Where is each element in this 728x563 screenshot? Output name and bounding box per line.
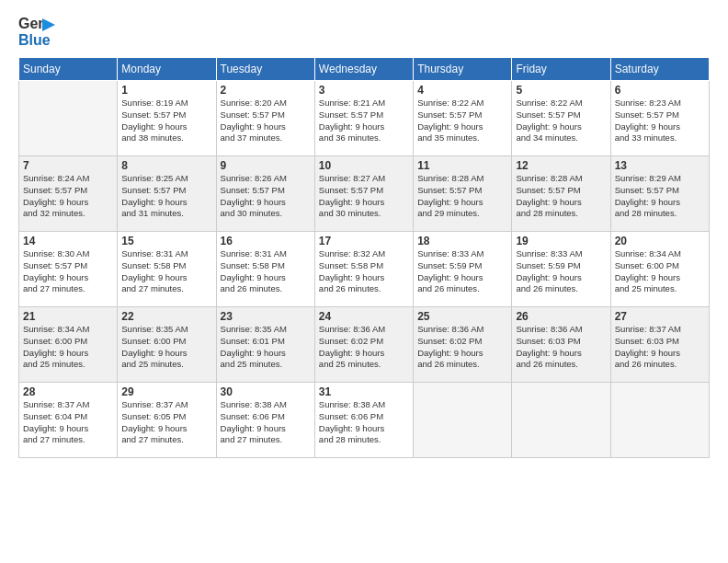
day-info: Sunrise: 8:35 AMSunset: 6:00 PMDaylight:… — [121, 324, 211, 371]
day-info: Sunrise: 8:31 AMSunset: 5:58 PMDaylight:… — [121, 248, 211, 295]
day-number: 26 — [516, 310, 606, 323]
calendar-day-cell: 31Sunrise: 8:38 AMSunset: 6:06 PMDayligh… — [314, 383, 413, 458]
day-number: 1 — [121, 84, 211, 97]
logo-graphic: Gen Blue — [18, 17, 51, 50]
day-number: 9 — [221, 159, 311, 172]
day-number: 3 — [319, 84, 409, 97]
svg-marker-0 — [42, 18, 55, 31]
calendar-day-cell: 9Sunrise: 8:26 AMSunset: 5:57 PMDaylight… — [216, 156, 314, 232]
calendar-day-cell: 25Sunrise: 8:36 AMSunset: 6:02 PMDayligh… — [414, 307, 512, 383]
day-info: Sunrise: 8:32 AMSunset: 5:58 PMDaylight:… — [319, 248, 409, 295]
day-info: Sunrise: 8:38 AMSunset: 6:06 PMDaylight:… — [319, 399, 409, 446]
day-info: Sunrise: 8:26 AMSunset: 5:57 PMDaylight:… — [221, 173, 311, 220]
calendar-day-cell: 15Sunrise: 8:31 AMSunset: 5:58 PMDayligh… — [118, 232, 216, 307]
calendar-day-cell: 10Sunrise: 8:27 AMSunset: 5:57 PMDayligh… — [314, 156, 413, 232]
day-info: Sunrise: 8:34 AMSunset: 6:00 PMDaylight:… — [615, 248, 705, 295]
day-info: Sunrise: 8:25 AMSunset: 5:57 PMDaylight:… — [121, 173, 211, 220]
calendar-day-cell: 7Sunrise: 8:24 AMSunset: 5:57 PMDaylight… — [19, 156, 118, 232]
calendar-day-cell: 21Sunrise: 8:34 AMSunset: 6:00 PMDayligh… — [19, 307, 118, 383]
calendar-day-cell: 13Sunrise: 8:29 AMSunset: 5:57 PMDayligh… — [610, 156, 709, 232]
calendar-day-cell: 19Sunrise: 8:33 AMSunset: 5:59 PMDayligh… — [512, 232, 610, 307]
calendar-table: SundayMondayTuesdayWednesdayThursdayFrid… — [18, 57, 710, 458]
day-number: 17 — [319, 235, 409, 247]
day-info: Sunrise: 8:30 AMSunset: 5:57 PMDaylight:… — [23, 248, 113, 295]
day-number: 7 — [23, 159, 113, 172]
day-number: 16 — [221, 235, 311, 247]
day-info: Sunrise: 8:23 AMSunset: 5:57 PMDaylight:… — [615, 98, 705, 144]
column-header-saturday: Saturday — [610, 58, 709, 81]
calendar-day-cell — [512, 383, 610, 458]
day-number: 15 — [121, 235, 211, 247]
day-info: Sunrise: 8:37 AMSunset: 6:03 PMDaylight:… — [615, 324, 705, 371]
day-info: Sunrise: 8:29 AMSunset: 5:57 PMDaylight:… — [615, 173, 705, 220]
day-info: Sunrise: 8:37 AMSunset: 6:05 PMDaylight:… — [121, 399, 211, 446]
day-info: Sunrise: 8:20 AMSunset: 5:57 PMDaylight:… — [221, 98, 311, 144]
day-number: 14 — [23, 235, 113, 247]
column-header-friday: Friday — [512, 58, 610, 81]
column-header-sunday: Sunday — [19, 58, 118, 81]
day-info: Sunrise: 8:36 AMSunset: 6:02 PMDaylight:… — [417, 324, 507, 371]
column-header-thursday: Thursday — [414, 58, 512, 81]
calendar-day-cell: 18Sunrise: 8:33 AMSunset: 5:59 PMDayligh… — [414, 232, 512, 307]
day-info: Sunrise: 8:27 AMSunset: 5:57 PMDaylight:… — [319, 173, 409, 220]
day-number: 24 — [319, 310, 409, 323]
calendar-day-cell: 14Sunrise: 8:30 AMSunset: 5:57 PMDayligh… — [19, 232, 118, 307]
calendar-day-cell: 12Sunrise: 8:28 AMSunset: 5:57 PMDayligh… — [512, 156, 610, 232]
calendar-day-cell: 26Sunrise: 8:36 AMSunset: 6:03 PMDayligh… — [512, 307, 610, 383]
calendar-week-row: 7Sunrise: 8:24 AMSunset: 5:57 PMDaylight… — [19, 156, 710, 232]
day-info: Sunrise: 8:37 AMSunset: 6:04 PMDaylight:… — [23, 399, 113, 446]
day-info: Sunrise: 8:22 AMSunset: 5:57 PMDaylight:… — [417, 98, 507, 144]
calendar-day-cell: 22Sunrise: 8:35 AMSunset: 6:00 PMDayligh… — [118, 307, 216, 383]
calendar-day-cell — [19, 81, 118, 156]
day-info: Sunrise: 8:28 AMSunset: 5:57 PMDaylight:… — [417, 173, 507, 220]
day-number: 19 — [516, 235, 606, 247]
column-header-monday: Monday — [118, 58, 216, 81]
calendar-day-cell: 28Sunrise: 8:37 AMSunset: 6:04 PMDayligh… — [19, 383, 118, 458]
day-number: 28 — [23, 385, 113, 398]
day-info: Sunrise: 8:38 AMSunset: 6:06 PMDaylight:… — [221, 399, 311, 446]
calendar-day-cell: 2Sunrise: 8:20 AMSunset: 5:57 PMDaylight… — [216, 81, 314, 156]
calendar-day-cell: 29Sunrise: 8:37 AMSunset: 6:05 PMDayligh… — [118, 383, 216, 458]
calendar-day-cell: 20Sunrise: 8:34 AMSunset: 6:00 PMDayligh… — [610, 232, 709, 307]
calendar-week-row: 28Sunrise: 8:37 AMSunset: 6:04 PMDayligh… — [19, 383, 710, 458]
day-number: 23 — [221, 310, 311, 323]
day-number: 25 — [417, 310, 507, 323]
day-number: 4 — [417, 84, 507, 97]
calendar-day-cell: 30Sunrise: 8:38 AMSunset: 6:06 PMDayligh… — [216, 383, 314, 458]
day-number: 31 — [319, 385, 409, 398]
day-info: Sunrise: 8:24 AMSunset: 5:57 PMDaylight:… — [23, 173, 113, 220]
day-number: 29 — [121, 385, 211, 398]
day-number: 18 — [417, 235, 507, 247]
page-header: Gen Blue — [18, 17, 710, 50]
calendar-day-cell: 27Sunrise: 8:37 AMSunset: 6:03 PMDayligh… — [610, 307, 709, 383]
day-number: 8 — [121, 159, 211, 172]
calendar-header-row: SundayMondayTuesdayWednesdayThursdayFrid… — [19, 58, 710, 81]
day-number: 30 — [221, 385, 311, 398]
day-number: 11 — [417, 159, 507, 172]
calendar-day-cell: 17Sunrise: 8:32 AMSunset: 5:58 PMDayligh… — [314, 232, 413, 307]
calendar-day-cell: 23Sunrise: 8:35 AMSunset: 6:01 PMDayligh… — [216, 307, 314, 383]
calendar-day-cell: 11Sunrise: 8:28 AMSunset: 5:57 PMDayligh… — [414, 156, 512, 232]
day-number: 12 — [516, 159, 606, 172]
calendar-day-cell: 4Sunrise: 8:22 AMSunset: 5:57 PMDaylight… — [414, 81, 512, 156]
calendar-day-cell: 5Sunrise: 8:22 AMSunset: 5:57 PMDaylight… — [512, 81, 610, 156]
day-number: 20 — [615, 235, 705, 247]
day-number: 22 — [121, 310, 211, 323]
day-number: 10 — [319, 159, 409, 172]
calendar-week-row: 14Sunrise: 8:30 AMSunset: 5:57 PMDayligh… — [19, 232, 710, 307]
day-info: Sunrise: 8:33 AMSunset: 5:59 PMDaylight:… — [417, 248, 507, 295]
calendar-day-cell: 24Sunrise: 8:36 AMSunset: 6:02 PMDayligh… — [314, 307, 413, 383]
day-number: 27 — [615, 310, 705, 323]
day-info: Sunrise: 8:36 AMSunset: 6:02 PMDaylight:… — [319, 324, 409, 371]
day-info: Sunrise: 8:22 AMSunset: 5:57 PMDaylight:… — [516, 98, 606, 144]
day-number: 13 — [615, 159, 705, 172]
calendar-day-cell: 3Sunrise: 8:21 AMSunset: 5:57 PMDaylight… — [314, 81, 413, 156]
logo: Gen Blue — [18, 17, 51, 50]
calendar-day-cell: 6Sunrise: 8:23 AMSunset: 5:57 PMDaylight… — [610, 81, 709, 156]
day-info: Sunrise: 8:33 AMSunset: 5:59 PMDaylight:… — [516, 248, 606, 295]
day-info: Sunrise: 8:36 AMSunset: 6:03 PMDaylight:… — [516, 324, 606, 371]
calendar-day-cell: 16Sunrise: 8:31 AMSunset: 5:58 PMDayligh… — [216, 232, 314, 307]
day-info: Sunrise: 8:31 AMSunset: 5:58 PMDaylight:… — [221, 248, 311, 295]
day-number: 5 — [516, 84, 606, 97]
calendar-week-row: 1Sunrise: 8:19 AMSunset: 5:57 PMDaylight… — [19, 81, 710, 156]
